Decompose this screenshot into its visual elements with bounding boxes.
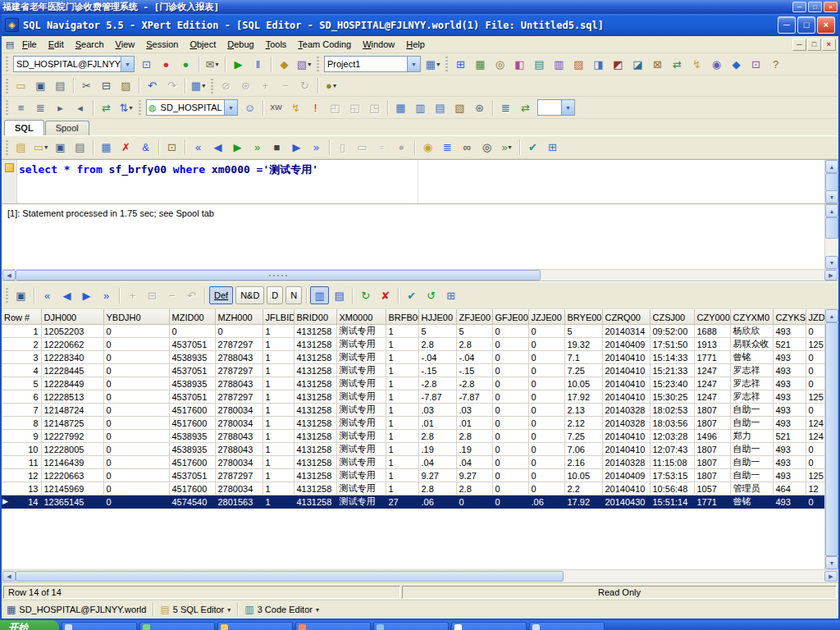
save-results-icon[interactable]: ▣ — [11, 286, 30, 304]
table-cell[interactable]: 测试专用 — [336, 482, 386, 495]
table-cell[interactable]: 12365145 — [41, 495, 103, 509]
table-cell[interactable]: 1 — [262, 456, 294, 469]
number-format-button[interactable]: N — [285, 286, 302, 304]
table-cell[interactable]: 曾铭 — [730, 495, 773, 509]
table-cell[interactable]: 4131258 — [294, 390, 336, 404]
row-number-cell[interactable]: ▶9 — [2, 430, 41, 443]
output-window-icon[interactable]: ▨ — [569, 55, 588, 73]
table-cell[interactable]: 0 — [528, 469, 564, 482]
table-cell[interactable]: -2.8 — [456, 377, 492, 390]
table-cell[interactable]: 郑力 — [730, 430, 773, 443]
table-cell[interactable]: 2.8 — [456, 430, 492, 443]
table-cell[interactable]: 1247 — [694, 364, 730, 377]
table-cell[interactable]: 1 — [262, 404, 294, 417]
table-cell[interactable]: 4131258 — [294, 456, 336, 469]
row-number-cell[interactable]: ▶1 — [2, 325, 41, 338]
table-cell[interactable]: 5 — [418, 325, 456, 338]
refresh-results-icon[interactable]: ↻ — [356, 286, 375, 304]
table-cell[interactable]: 493 — [773, 351, 806, 364]
table-cell[interactable]: 1 — [262, 338, 294, 351]
table-cell[interactable]: -7.87 — [418, 390, 456, 404]
first-record-icon[interactable]: « — [38, 286, 57, 304]
table-cell[interactable]: -.04 — [418, 351, 456, 364]
table-cell[interactable]: 1771 — [694, 495, 730, 509]
table-cell[interactable]: 测试专用 — [336, 404, 386, 417]
table-cell[interactable]: 0 — [492, 456, 528, 469]
table-cell[interactable]: -.15 — [418, 364, 456, 377]
table-cell[interactable]: 2.16 — [564, 456, 602, 469]
maximize-button[interactable]: □ — [797, 16, 815, 34]
table-cell[interactable]: 4538935 — [169, 430, 215, 443]
chevron-down-icon[interactable]: ▾ — [316, 606, 319, 614]
table-cell[interactable]: 20140410 — [602, 443, 650, 456]
table-cell[interactable]: 1 — [262, 390, 294, 404]
code-editor-count[interactable]: 3 Code Editor — [258, 605, 313, 614]
background-restore-button[interactable]: □ — [808, 2, 822, 12]
grid-options-icon[interactable]: ⊞ — [543, 139, 562, 157]
execute-all-icon[interactable]: » — [248, 139, 267, 157]
table-cell[interactable]: 20140328 — [602, 417, 650, 430]
table-cell[interactable]: 4517600 — [169, 482, 215, 495]
scroll-left-icon[interactable]: ◀ — [2, 270, 16, 281]
print-icon[interactable]: ▤ — [51, 77, 70, 95]
menu-search[interactable]: Search — [70, 38, 110, 52]
explain-plan-icon[interactable]: ◩ — [609, 55, 628, 73]
table-cell[interactable]: 1771 — [694, 351, 730, 364]
table-cell[interactable]: 测试专用 — [336, 443, 386, 456]
table-cell[interactable]: 罗志祥 — [730, 390, 773, 404]
column-header-mzid00[interactable]: MZID00 — [169, 310, 215, 325]
table-cell[interactable]: 493 — [773, 377, 806, 390]
table-cell[interactable]: 4131258 — [294, 377, 336, 390]
table-cell[interactable]: 10.05 — [564, 469, 602, 482]
table-cell[interactable]: 2780034 — [215, 482, 262, 495]
table-cell[interactable]: 测试专用 — [336, 417, 386, 430]
table-cell[interactable]: 4131258 — [294, 404, 336, 417]
table-cell[interactable]: 20140410 — [602, 377, 650, 390]
table-cell[interactable]: 4131258 — [294, 443, 336, 456]
table-cell[interactable]: 15:30:25 — [650, 390, 694, 404]
er-diagram-icon[interactable]: ◧ — [510, 55, 529, 73]
shuffle-icon[interactable]: ⇄ — [516, 98, 535, 116]
table-cell[interactable]: 27 — [386, 495, 418, 509]
menu-view[interactable]: View — [110, 38, 141, 52]
chevron-down-icon[interactable]: ▼ — [407, 57, 420, 71]
paste-icon[interactable]: ▨ — [116, 77, 135, 95]
table-cell[interactable]: 12228005 — [41, 443, 103, 456]
table-cell[interactable]: 17.92 — [564, 495, 602, 509]
table-cell[interactable]: 4538935 — [169, 377, 215, 390]
table-cell[interactable]: 4131258 — [294, 364, 336, 377]
splitter-handle[interactable] — [16, 270, 541, 281]
source-control-icon[interactable]: ⇄ — [668, 55, 687, 73]
table-cell[interactable]: 493 — [773, 417, 806, 430]
table-cell[interactable]: 12220663 — [41, 469, 103, 482]
cancel-refresh-icon[interactable]: ✘ — [376, 286, 395, 304]
scroll-right-icon[interactable]: ▶ — [824, 571, 838, 582]
table-cell[interactable]: 521 — [773, 430, 806, 443]
table-cell[interactable]: 0 — [492, 443, 528, 456]
table-cell[interactable]: 0 — [492, 430, 528, 443]
column-header-jflbid[interactable]: JFLBID — [262, 310, 294, 325]
date-format-button[interactable]: D — [267, 286, 283, 304]
chevron-down-icon[interactable]: ▾ — [215, 61, 218, 68]
mail-icon[interactable]: ✉▾ — [203, 55, 221, 73]
table-cell[interactable]: 10.05 — [564, 377, 602, 390]
menu-session[interactable]: Session — [140, 38, 184, 52]
session-browser-icon[interactable]: ⊠ — [648, 55, 667, 73]
table-row[interactable]: ▶21222066204537051278729714131258测试专用12.… — [2, 338, 824, 351]
web-publisher-icon[interactable]: ◆ — [727, 55, 746, 73]
execute-statement-icon[interactable]: ▶ — [228, 139, 247, 157]
output-list-icon[interactable]: ≡ — [11, 98, 30, 116]
table-cell[interactable]: 493 — [773, 456, 806, 469]
table-cell[interactable]: 7.25 — [564, 364, 602, 377]
table-cell[interactable]: -.15 — [456, 364, 492, 377]
table-cell[interactable]: 易联众收 — [730, 338, 773, 351]
results-grid[interactable]: Row #DJH000YBDJH0MZID00MZH000JFLBIDBRID0… — [2, 309, 824, 569]
table-cell[interactable]: 15:14:33 — [650, 351, 694, 364]
project-manager-icon[interactable]: ▦▾ — [423, 55, 442, 73]
table-cell[interactable]: 1 — [262, 377, 294, 390]
taskbar-button[interactable] — [373, 622, 449, 630]
table-cell[interactable]: 7.06 — [564, 443, 602, 456]
profiler-icon[interactable]: ↯ — [687, 55, 706, 73]
table-cell[interactable]: 自助一 — [730, 469, 773, 482]
table-cell[interactable]: 4131258 — [294, 430, 336, 443]
